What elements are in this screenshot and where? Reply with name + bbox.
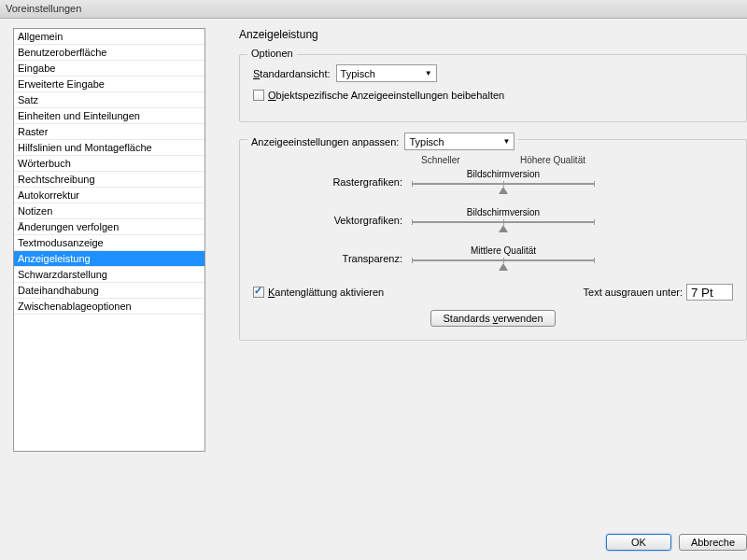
sidebar-item[interactable]: Hilfslinien und Montagefläche [14,140,204,156]
slider-area: Schneller Höhere Qualität Rastergrafiken… [253,155,733,271]
ok-button[interactable]: OK [606,534,671,551]
sidebar-item[interactable]: Anzeigeleistung [14,251,204,267]
slider-label: Rastergrafiken: [253,176,412,188]
slider-row: Transparenz:Mittlere Qualität [253,245,733,271]
sidebar[interactable]: AllgemeinBenutzeroberflächeEingabeErweit… [13,28,205,452]
slider-row: Vektorgrafiken:Bildschirmversion [253,207,733,232]
titlebar: Voreinstellungen [0,0,747,19]
sidebar-item[interactable]: Eingabe [14,61,204,77]
grayout-label: Text ausgrauen unter: [584,287,683,298]
cancel-button[interactable]: Abbreche [679,534,747,551]
adjust-legend: Anzeigeeinstellungen anpassen: Typisch ▼ [247,133,518,150]
options-group: Optionen Standardansicht: Typisch ▼ Obje… [239,54,747,122]
slider[interactable]: Bildschirmversion [412,169,595,194]
higher-label: Höhere Qualität [520,155,585,165]
slider-caption: Mittlere Qualität [412,245,595,256]
slider-thumb[interactable] [499,263,508,271]
default-view-label: Standardansicht: [253,68,331,79]
slider[interactable]: Mittlere Qualität [412,245,595,271]
sidebar-item[interactable]: Satz [14,92,204,108]
window-title: Voreinstellungen [6,3,81,14]
slider-thumb[interactable] [499,225,508,232]
main-panel: Anzeigeleistung Optionen Standardansicht… [205,28,747,523]
chevron-down-icon: ▼ [502,137,510,146]
sidebar-item[interactable]: Raster [14,124,204,140]
sidebar-item[interactable]: Autokorrektur [14,188,204,203]
slider-label: Transparenz: [253,253,412,264]
antialias-checkbox[interactable] [253,287,264,298]
sidebar-item[interactable]: Allgemein [14,29,204,45]
sidebar-item[interactable]: Notizen [14,203,204,219]
default-view-select[interactable]: Typisch ▼ [336,64,437,82]
sidebar-item[interactable]: Änderungen verfolgen [14,219,204,235]
slider-label: Vektorgrafiken: [253,215,412,226]
faster-label: Schneller [421,155,460,165]
preserve-checkbox[interactable] [253,90,264,101]
sidebar-item[interactable]: Textmodusanzeige [14,235,204,251]
preserve-label: Objektspezifische Anzeigeeinstellungen b… [268,90,504,101]
defaults-button[interactable]: Standards verwenden [430,310,555,327]
sidebar-item[interactable]: Rechtschreibung [14,172,204,188]
footer: OK Abbreche [606,534,747,551]
content: AllgemeinBenutzeroberflächeEingabeErweit… [0,19,747,523]
page-title: Anzeigeleistung [239,28,747,41]
slider-row: Rastergrafiken:Bildschirmversion [253,169,733,194]
sidebar-item[interactable]: Erweiterte Eingabe [14,77,204,92]
slider-caption: Bildschirmversion [412,169,595,179]
antialias-label: Kantenglättung aktivieren [268,287,384,298]
sidebar-item[interactable]: Benutzeroberfläche [14,45,204,61]
sidebar-item[interactable]: Wörterbuch [14,156,204,172]
sidebar-item[interactable]: Dateihandhabung [14,283,204,299]
slider-caption: Bildschirmversion [412,207,595,217]
grayout-input[interactable] [686,284,733,301]
adjust-group: Anzeigeeinstellungen anpassen: Typisch ▼… [239,139,747,341]
sidebar-item[interactable]: Einheiten und Einteilungen [14,108,204,124]
slider-thumb[interactable] [499,187,508,194]
options-legend: Optionen [247,48,297,59]
sidebar-item[interactable]: Schwarzdarstellung [14,267,204,283]
sidebar-item[interactable]: Zwischenablageoptionen [14,299,204,315]
adjust-select[interactable]: Typisch ▼ [404,133,514,150]
slider[interactable]: Bildschirmversion [412,207,595,232]
chevron-down-icon: ▼ [425,69,432,77]
